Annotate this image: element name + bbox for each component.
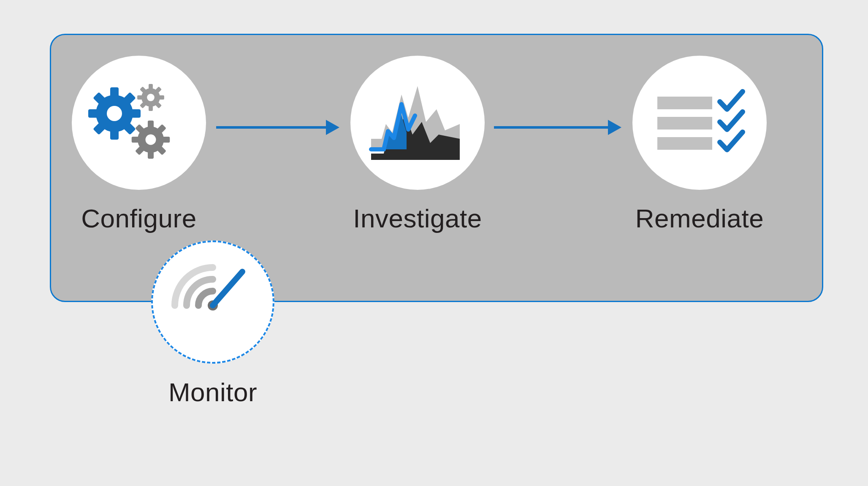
investigate-label: Investigate xyxy=(353,203,482,233)
remediate-label: Remediate xyxy=(635,203,764,233)
monitor-circle xyxy=(151,240,274,364)
svg-rect-30 xyxy=(657,97,712,109)
arrow-investigate-to-remediate xyxy=(494,120,621,135)
remediate-circle xyxy=(632,56,767,190)
chart-pulse-icon xyxy=(363,76,472,170)
svg-point-19 xyxy=(147,94,155,101)
svg-line-34 xyxy=(213,272,242,305)
gears-icon xyxy=(84,76,194,170)
svg-point-9 xyxy=(107,106,122,121)
configure-label: Configure xyxy=(81,203,196,233)
configure-circle xyxy=(72,56,206,190)
monitor-label: Monitor xyxy=(168,377,257,407)
step-monitor: Monitor xyxy=(151,240,274,407)
step-configure: Configure xyxy=(72,56,206,233)
svg-rect-31 xyxy=(657,117,712,130)
step-investigate: Investigate xyxy=(350,56,485,233)
radar-target-icon xyxy=(166,255,259,349)
arrow-configure-to-investigate xyxy=(216,120,339,135)
svg-point-29 xyxy=(146,135,156,145)
investigate-circle xyxy=(350,56,485,190)
svg-rect-32 xyxy=(657,137,712,150)
step-remediate: Remediate xyxy=(632,56,767,233)
checklist-icon xyxy=(645,76,754,170)
